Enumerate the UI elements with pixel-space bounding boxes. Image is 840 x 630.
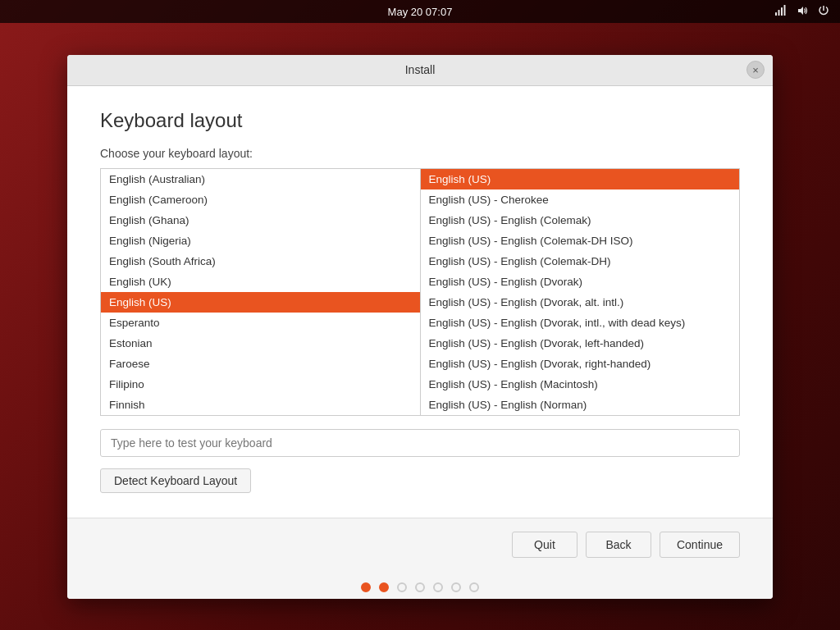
svg-rect-2 bbox=[781, 7, 783, 16]
variant-item[interactable]: English (US) - English (Macintosh) bbox=[421, 374, 740, 395]
variant-list[interactable]: English (US) English (US) - Cherokee Eng… bbox=[421, 169, 740, 415]
list-item[interactable]: English (Ghana) bbox=[101, 210, 420, 231]
list-item[interactable]: Finnish bbox=[101, 395, 420, 415]
svg-marker-4 bbox=[798, 7, 803, 15]
list-item[interactable]: English (South Africa) bbox=[101, 251, 420, 272]
variant-item[interactable]: English (US) - English (Colemak-DH) bbox=[421, 251, 740, 272]
variant-item[interactable]: English (US) - English (Colemak-DH ISO) bbox=[421, 231, 740, 251]
keyboard-layout-lists: English (Australian) English (Cameroon) … bbox=[100, 168, 740, 416]
list-item[interactable]: Esperanto bbox=[101, 313, 420, 333]
list-item[interactable]: English (UK) bbox=[101, 272, 420, 292]
list-item[interactable]: Filipino bbox=[101, 374, 420, 395]
datetime-display: May 20 07:07 bbox=[388, 6, 453, 18]
dialog-content: Keyboard layout Choose your keyboard lay… bbox=[67, 86, 773, 518]
pagination-dot-7 bbox=[469, 582, 479, 592]
power-icon[interactable] bbox=[817, 4, 830, 20]
volume-icon[interactable] bbox=[796, 4, 809, 20]
variant-item[interactable]: English (US) - English (Dvorak) bbox=[421, 272, 740, 292]
pagination-dot-5 bbox=[433, 582, 443, 592]
variant-item[interactable]: English (US) - English (Dvorak, left-han… bbox=[421, 333, 740, 354]
list-item[interactable]: Estonian bbox=[101, 333, 420, 354]
close-button[interactable]: × bbox=[746, 61, 765, 79]
list-item[interactable]: English (Nigeria) bbox=[101, 231, 420, 251]
quit-button[interactable]: Quit bbox=[512, 532, 578, 558]
topbar: May 20 07:07 bbox=[0, 0, 840, 23]
list-item[interactable]: Faroese bbox=[101, 354, 420, 374]
pagination-dot-3 bbox=[397, 582, 407, 592]
pagination-dot-2 bbox=[379, 582, 389, 592]
dialog-title: Install bbox=[405, 63, 436, 76]
variant-item[interactable]: English (US) - English (Dvorak, intl., w… bbox=[421, 313, 740, 333]
pagination bbox=[67, 571, 773, 599]
back-button[interactable]: Back bbox=[586, 532, 651, 558]
pagination-dot-4 bbox=[415, 582, 425, 592]
svg-rect-0 bbox=[775, 12, 777, 16]
topbar-icons bbox=[774, 4, 830, 20]
variant-item[interactable]: English (US) - English (Norman) bbox=[421, 395, 740, 415]
detect-keyboard-layout-button[interactable]: Detect Keyboard Layout bbox=[100, 468, 251, 493]
variant-item[interactable]: English (US) - English (Dvorak, right-ha… bbox=[421, 354, 740, 374]
variant-item[interactable]: English (US) - Cherokee bbox=[421, 189, 740, 210]
variant-item[interactable]: English (US) - English (Colemak) bbox=[421, 210, 740, 231]
continue-button[interactable]: Continue bbox=[660, 532, 740, 558]
variant-item[interactable]: English (US) - English (Dvorak, alt. int… bbox=[421, 292, 740, 313]
keyboard-test-input[interactable] bbox=[100, 429, 740, 457]
install-dialog: Install × Keyboard layout Choose your ke… bbox=[67, 55, 773, 599]
section-label: Choose your keyboard layout: bbox=[100, 147, 740, 160]
page-title: Keyboard layout bbox=[100, 109, 740, 132]
svg-rect-1 bbox=[778, 10, 780, 16]
dialog-titlebar: Install × bbox=[67, 55, 773, 86]
variant-item-selected[interactable]: English (US) bbox=[421, 169, 740, 189]
network-icon[interactable] bbox=[774, 4, 788, 20]
dialog-footer: Quit Back Continue bbox=[67, 518, 773, 571]
dialog-container: Install × Keyboard layout Choose your ke… bbox=[0, 23, 840, 630]
list-item[interactable]: English (Cameroon) bbox=[101, 189, 420, 210]
svg-rect-3 bbox=[784, 5, 786, 16]
pagination-dot-6 bbox=[451, 582, 461, 592]
list-item-selected[interactable]: English (US) bbox=[101, 292, 420, 313]
language-list[interactable]: English (Australian) English (Cameroon) … bbox=[101, 169, 421, 415]
list-item[interactable]: English (Australian) bbox=[101, 169, 420, 189]
pagination-dot-1 bbox=[361, 582, 371, 592]
